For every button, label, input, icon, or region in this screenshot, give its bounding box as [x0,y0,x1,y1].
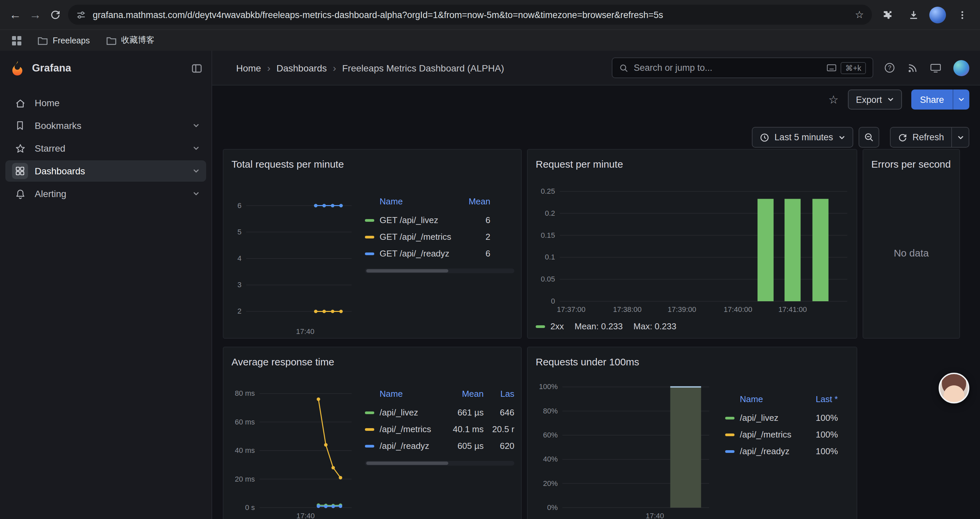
legend-series-name[interactable]: /api/_/metrics [740,430,800,439]
svg-text:100%: 100% [539,382,558,391]
legend-header-mean[interactable]: Mean [441,389,484,399]
clock-icon [760,133,769,142]
chevron-down-icon[interactable] [193,145,199,152]
scrollbar-thumb[interactable] [366,462,448,465]
scrollbar-thumb[interactable] [366,269,448,273]
legend-series[interactable]: 2xx [536,321,564,331]
apps-grid-icon[interactable] [12,36,21,45]
assistant-avatar-widget[interactable] [939,373,969,404]
collapse-sidebar-button[interactable] [191,63,202,73]
legend-header-mean[interactable]: Mean [453,196,490,206]
sidebar-item-label: Alerting [35,188,66,199]
request-per-minute-chart[interactable]: 0.250.20.150.10.05017:37:0017:38:0017:39… [533,179,853,316]
svg-text:17:37:00: 17:37:00 [557,305,586,314]
help-button[interactable]: ? [884,62,895,73]
legend-mean-value: 6 [453,249,490,259]
breadcrumb-current[interactable]: Freeleaps Metrics Dashboard (ALPHA) [342,62,504,73]
browser-profile-avatar[interactable] [929,6,946,23]
forward-button[interactable]: → [25,5,45,25]
bell-icon [12,186,28,202]
sidebar-item-home[interactable]: Home [5,92,206,113]
kebab-menu-icon [957,10,967,20]
panel-request-per-minute: Request per minute 0.250.20.150.10.05017… [527,149,857,339]
legend-header-name[interactable]: Name [725,394,800,404]
bookmark-folder-blogs[interactable]: 收藏博客 [106,35,154,46]
chevron-down-icon[interactable] [193,122,199,129]
zoom-out-button[interactable] [858,127,879,148]
browser-menu-button[interactable] [952,5,972,25]
sidebar-item-alerting[interactable]: Alerting [5,183,206,204]
refresh-label: Refresh [912,132,944,142]
no-data-message: No data [863,179,959,326]
extensions-button[interactable] [877,5,897,25]
bookmark-folder-freeleaps[interactable]: Freeleaps [37,36,90,45]
panel-title[interactable]: Average response time [223,347,521,377]
address-bar[interactable]: grafana.mathmast.com/d/deytv4rwavabkb/fr… [68,5,872,25]
legend-scrollbar[interactable] [365,268,514,273]
svg-text:0.05: 0.05 [541,275,555,283]
share-button[interactable]: Share [911,89,953,110]
svg-text:20 ms: 20 ms [235,475,255,483]
legend-header-name[interactable]: Name [365,196,453,206]
user-avatar[interactable] [953,60,969,76]
display-button[interactable] [930,62,941,73]
refresh-button[interactable]: Refresh [889,127,952,148]
legend-header-last[interactable]: Last * [800,394,838,404]
grafana-logo[interactable] [10,60,25,76]
legend-header-name[interactable]: Name [365,389,441,399]
svg-text:80%: 80% [543,407,558,415]
total-requests-chart[interactable]: 6543217:40 [229,179,356,338]
panel-title[interactable]: Errors per second [863,150,959,179]
svg-text:4: 4 [237,254,242,262]
sidebar-item-bookmarks[interactable]: Bookmarks [5,115,206,136]
legend-header-last[interactable]: Las [484,389,514,399]
legend-series-name[interactable]: /api/_livez [740,413,800,423]
time-range-picker[interactable]: Last 5 minutes [752,127,853,148]
requests-under-100ms-chart[interactable]: 100%80%60%40%20%0%17:40 [533,377,713,519]
legend-last-value: 100% [800,446,838,456]
site-settings-icon[interactable] [76,10,86,20]
panel-title[interactable]: Request per minute [528,150,857,179]
search-input[interactable]: Search or jump to... ⌘+k [612,57,873,78]
svg-text:17:39:00: 17:39:00 [668,305,697,314]
legend-series-name[interactable]: /api/_/metrics [380,424,441,434]
legend-scrollbar[interactable] [365,461,514,466]
series-color-swatch [725,417,735,419]
legend-series-name[interactable]: /api/_/readyz [740,446,800,456]
share-split-button: Share [911,89,969,110]
chevron-down-icon[interactable] [193,168,199,174]
panel-title[interactable]: Total requests per minute [223,150,521,179]
svg-text:2: 2 [237,307,242,315]
legend-series-name[interactable]: GET /api/_livez [380,215,453,225]
breadcrumb-home[interactable]: Home [236,62,261,73]
favorite-dashboard-star-icon[interactable]: ☆ [828,93,838,107]
panel-title[interactable]: Requests under 100ms [528,347,857,377]
refresh-interval-dropdown[interactable] [952,127,969,148]
share-menu-button[interactable] [953,89,969,110]
legend-series-name[interactable]: /api/_livez [380,407,441,417]
svg-text:0.15: 0.15 [541,231,555,240]
sidebar-item-dashboards[interactable]: Dashboards [5,160,206,182]
export-button[interactable]: Export [848,89,902,110]
legend-mean-value: 605 µs [441,441,484,451]
breadcrumb-dashboards[interactable]: Dashboards [277,62,327,73]
svg-text:17:41:00: 17:41:00 [778,305,807,314]
reload-button[interactable] [45,5,65,25]
grafana-app: Grafana Home Bookmarks Starred [0,51,980,519]
legend-series-name[interactable]: GET /api/_/readyz [380,249,453,259]
legend-mean-value: 6 [453,215,490,225]
svg-text:80 ms: 80 ms [235,389,255,398]
bookmark-star-icon[interactable]: ☆ [855,9,864,21]
toolbar-actions [877,5,975,25]
legend-series-name[interactable]: GET /api/_/metrics [380,232,453,242]
legend-last-value: 100% [800,430,838,439]
news-rss-button[interactable] [907,62,918,73]
downloads-button[interactable] [903,5,923,25]
back-button[interactable]: ← [5,5,25,25]
panel-requests-under-100ms: Requests under 100ms 100%80%60%40%20%0%1… [527,347,857,519]
legend-series-name[interactable]: /api/_/readyz [380,441,441,451]
sidebar-item-starred[interactable]: Starred [5,137,206,159]
average-response-time-chart[interactable]: 80 ms60 ms40 ms20 ms0 s17:40 [229,377,356,519]
chevron-down-icon[interactable] [193,190,199,197]
legend-series-name[interactable]: 2xx [550,321,564,331]
